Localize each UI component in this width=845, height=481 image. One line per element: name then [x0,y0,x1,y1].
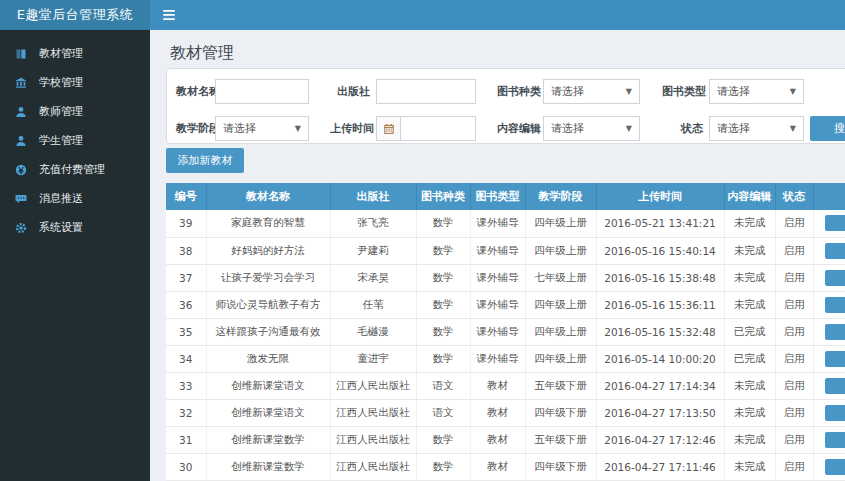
table-cell: 未完成 [724,399,775,426]
table-cell: 课外辅导 [470,291,525,318]
table-cell: 数学 [416,291,470,318]
row-action-button[interactable] [825,215,845,231]
row-action-button[interactable] [825,432,845,448]
sidebar-item[interactable]: 消息推送 [0,184,150,213]
table-cell: 创维新课堂数学 [206,426,330,453]
table-cell: 江西人民出版社 [330,453,416,480]
table-cell: 2016-04-27 17:14:34 [596,372,724,399]
filter-group: 教学阶段请选择▼ [176,116,309,141]
select-value: 请选择 [223,121,256,136]
table-cell: 教材 [470,399,525,426]
filter-date-input[interactable] [400,116,476,141]
row-action-button[interactable] [825,405,845,421]
table-header-cell: 出版社 [330,183,416,210]
filter-select[interactable]: 请选择▼ [709,79,804,104]
filter-text-input[interactable] [215,79,309,104]
filter-label: 上传时间 [330,121,370,136]
chevron-down-icon: ▼ [790,87,796,96]
top-navbar [150,0,845,30]
table-row: 36师说心灵导航教子有方任苇数学课外辅导四年级上册2016-05-16 15:3… [166,291,845,318]
table-cell: 2016-04-27 17:13:50 [596,399,724,426]
table-cell: 宋承昊 [330,264,416,291]
table-cell: 35 [166,318,206,345]
table-cell: 江西人民出版社 [330,372,416,399]
sidebar-item[interactable]: 充值付费管理 [0,155,150,184]
table-cell: 启用 [775,237,813,264]
table-cell: 2016-05-21 13:41:21 [596,210,724,237]
table-action-cell [813,318,845,345]
table-cell: 未完成 [724,237,775,264]
sidebar-item[interactable]: 学生管理 [0,126,150,155]
table-cell: 2016-05-16 15:32:48 [596,318,724,345]
sidebar-item-label: 系统设置 [39,220,83,235]
row-action-button[interactable] [825,351,845,367]
table-cell: 数学 [416,345,470,372]
filter-select[interactable]: 请选择▼ [543,79,640,104]
table-cell: 课外辅导 [470,345,525,372]
search-button[interactable]: 搜索 [810,116,845,141]
table-cell: 未完成 [724,210,775,237]
table-cell: 好妈妈的好方法 [206,237,330,264]
table-header-row: 编号教材名称出版社图书种类图书类型教学阶段上传时间内容编辑状态 [166,183,845,210]
table-cell: 38 [166,237,206,264]
filter-label: 教材名称 [176,84,209,99]
table-action-cell [813,372,845,399]
row-action-button[interactable] [825,324,845,340]
table-action-cell [813,426,845,453]
student-icon [14,135,28,147]
sidebar-menu: 教材管理学校管理教师管理学生管理充值付费管理消息推送系统设置 [0,30,150,481]
sidebar-toggle-icon[interactable] [163,10,175,20]
filter-text-input[interactable] [376,79,476,104]
sidebar-item-label: 消息推送 [39,191,83,206]
filter-select[interactable]: 请选择▼ [215,116,309,141]
table-cell: 尹建莉 [330,237,416,264]
table-cell: 已完成 [724,318,775,345]
table-cell: 启用 [775,264,813,291]
table-header-cell: 图书种类 [416,183,470,210]
table-cell: 启用 [775,426,813,453]
table-cell: 未完成 [724,453,775,480]
table-cell: 五年级下册 [525,372,596,399]
row-action-button[interactable] [825,297,845,313]
table-cell: 数学 [416,453,470,480]
table-action-cell [813,399,845,426]
filter-select[interactable]: 请选择▼ [543,116,640,141]
table-cell: 四年级上册 [525,318,596,345]
chevron-down-icon: ▼ [626,124,632,133]
filter-select[interactable]: 请选择▼ [709,116,804,141]
table-header-cell [813,183,845,210]
filter-label: 内容编辑 [497,121,537,136]
sidebar-item[interactable]: 系统设置 [0,213,150,242]
sidebar-item[interactable]: 教材管理 [0,39,150,68]
table-cell: 2016-05-16 15:36:11 [596,291,724,318]
sidebar-item[interactable]: 学校管理 [0,68,150,97]
table-row: 38好妈妈的好方法尹建莉数学课外辅导四年级上册2016-05-16 15:40:… [166,237,845,264]
table-header-cell: 编号 [166,183,206,210]
row-action-button[interactable] [825,243,845,259]
table-row: 35这样跟孩子沟通最有效毛樾漫数学课外辅导四年级上册2016-05-16 15:… [166,318,845,345]
filter-group: 图书类型请选择▼ [662,79,804,104]
filter-label: 出版社 [330,84,370,99]
row-action-button[interactable] [825,459,845,475]
payment-icon [14,164,28,176]
add-textbook-button[interactable]: 添加新教材 [166,148,244,173]
chevron-down-icon: ▼ [295,124,301,133]
table-cell: 七年级上册 [525,264,596,291]
table-cell: 创维新课堂语文 [206,399,330,426]
table-cell: 启用 [775,318,813,345]
table-cell: 2016-05-16 15:38:48 [596,264,724,291]
table-cell: 让孩子爱学习会学习 [206,264,330,291]
sidebar-item-label: 教材管理 [39,46,83,61]
table-cell: 30 [166,453,206,480]
row-action-button[interactable] [825,270,845,286]
table-cell: 36 [166,291,206,318]
textbook-table: 编号教材名称出版社图书种类图书类型教学阶段上传时间内容编辑状态 39家庭教育的智… [166,183,845,481]
table-cell: 数学 [416,210,470,237]
table-cell: 教材 [470,453,525,480]
row-action-button[interactable] [825,378,845,394]
table-action-cell [813,453,845,480]
table-cell: 童进宇 [330,345,416,372]
sidebar-item[interactable]: 教师管理 [0,97,150,126]
table-cell: 34 [166,345,206,372]
select-value: 请选择 [551,121,584,136]
